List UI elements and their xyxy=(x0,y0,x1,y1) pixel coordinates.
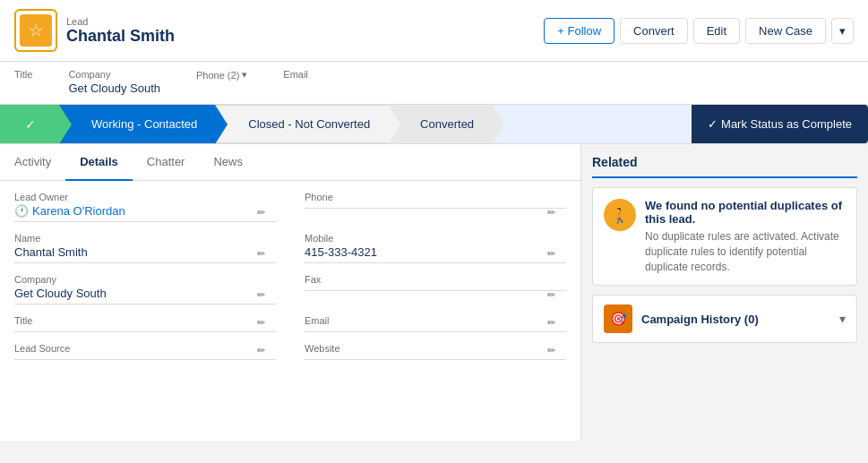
detail-row-2: Name Chantal Smith ✏ Mobile 415-333-4321… xyxy=(14,233,566,265)
meta-company-field: Company Get Cloudy South xyxy=(68,69,160,95)
company-edit-icon[interactable]: ✏ xyxy=(257,289,265,301)
step-working-contacted[interactable]: Working - Contacted xyxy=(59,105,215,143)
main-content: Activity Details Chatter News Lead Owner… xyxy=(0,144,868,441)
step-converted[interactable]: Converted xyxy=(388,105,492,143)
email-edit-icon[interactable]: ✏ xyxy=(547,317,555,329)
title-value xyxy=(14,328,276,332)
meta-company-label: Company xyxy=(68,69,160,80)
detail-row-5: Lead Source ✏ Website ✏ xyxy=(14,343,566,362)
status-bar: ✓ Working - Contacted Closed - Not Conve… xyxy=(0,105,868,144)
step-converted-label: Converted xyxy=(420,117,474,131)
tabs: Activity Details Chatter News xyxy=(0,144,580,181)
fax-label: Fax xyxy=(305,274,566,285)
details-content: Lead Owner 🕐 Karena O'Riordan ✏ Phone ✏ xyxy=(0,181,580,382)
field-name: Name Chantal Smith ✏ xyxy=(14,233,276,265)
name-edit-icon[interactable]: ✏ xyxy=(257,248,265,260)
lead-source-value xyxy=(14,356,276,360)
step-working-label: Working - Contacted xyxy=(91,117,197,131)
title-edit-icon[interactable]: ✏ xyxy=(257,317,265,329)
duplicate-title: We found no potential duplicates of this… xyxy=(645,199,846,226)
meta-row: Title Company Get Cloudy South Phone (2)… xyxy=(0,62,868,105)
left-panel: Activity Details Chatter News Lead Owner… xyxy=(0,144,581,441)
new-case-button[interactable]: New Case xyxy=(745,18,826,44)
meta-company-value: Get Cloudy South xyxy=(68,81,160,95)
lead-owner-label: Lead Owner xyxy=(14,192,276,202)
mobile-label: Mobile xyxy=(305,233,566,244)
right-panel: Related 🚶 We found no potential duplicat… xyxy=(581,144,868,441)
field-company: Company Get Cloudy South ✏ xyxy=(14,274,276,306)
mobile-value: 415-333-4321 xyxy=(305,245,566,263)
campaign-card[interactable]: 🎯 Campaign History (0) ▾ xyxy=(592,295,857,343)
meta-phone-label[interactable]: Phone (2) ▾ xyxy=(196,69,247,81)
tab-news[interactable]: News xyxy=(199,144,257,181)
phone-value xyxy=(305,204,566,209)
detail-row-4: Title ✏ Email ✏ xyxy=(14,315,566,334)
email-label: Email xyxy=(305,315,566,326)
status-steps: ✓ Working - Contacted Closed - Not Conve… xyxy=(0,105,692,143)
lead-title-block: Lead Chantal Smith xyxy=(66,16,175,46)
website-edit-icon[interactable]: ✏ xyxy=(547,345,555,356)
phone-dropdown-icon: ▾ xyxy=(242,69,247,81)
lead-label: Lead xyxy=(66,16,175,27)
company-value: Get Cloudy South xyxy=(14,287,276,304)
field-email: Email ✏ xyxy=(305,315,566,334)
field-website: Website ✏ xyxy=(305,343,566,362)
lead-icon: ☆ xyxy=(20,14,52,47)
meta-email-label: Email xyxy=(283,69,308,80)
related-header: Related xyxy=(592,155,857,178)
company-label: Company xyxy=(14,274,276,285)
title-label: Title xyxy=(14,315,276,326)
campaign-icon: 🎯 xyxy=(604,304,632,333)
tab-activity[interactable]: Activity xyxy=(14,144,65,181)
meta-email-field: Email xyxy=(283,69,308,95)
mark-complete-button[interactable]: ✓ Mark Status as Complete xyxy=(692,105,868,143)
lead-owner-value[interactable]: 🕐 Karena O'Riordan xyxy=(14,204,276,222)
name-value: Chantal Smith xyxy=(14,245,276,263)
step-closed-not-converted[interactable]: Closed - Not Converted xyxy=(215,105,388,143)
field-lead-owner: Lead Owner 🕐 Karena O'Riordan ✏ xyxy=(14,192,276,224)
phone-label: Phone xyxy=(305,192,566,202)
duplicate-icon: 🚶 xyxy=(604,199,636,231)
website-label: Website xyxy=(305,343,566,354)
lead-owner-icon: 🕐 xyxy=(14,204,29,218)
duplicate-card: 🚶 We found no potential duplicates of th… xyxy=(592,187,857,286)
detail-row-3: Company Get Cloudy South ✏ Fax ✏ xyxy=(14,274,566,306)
lead-owner-edit-icon[interactable]: ✏ xyxy=(257,207,265,219)
tab-details[interactable]: Details xyxy=(65,144,133,181)
field-phone: Phone ✏ xyxy=(305,192,566,224)
edit-button[interactable]: Edit xyxy=(693,18,740,44)
name-label: Name xyxy=(14,233,276,244)
field-mobile: Mobile 415-333-4321 ✏ xyxy=(305,233,566,265)
lead-source-edit-icon[interactable]: ✏ xyxy=(257,345,265,356)
meta-title-label: Title xyxy=(14,69,32,80)
step-check-icon: ✓ xyxy=(25,117,36,132)
fax-edit-icon[interactable]: ✏ xyxy=(547,289,555,301)
lead-icon-wrapper: ☆ xyxy=(14,9,57,52)
phone-edit-icon[interactable]: ✏ xyxy=(547,207,555,219)
header-actions: + Follow Convert Edit New Case ▾ xyxy=(544,18,854,44)
convert-button[interactable]: Convert xyxy=(620,18,688,44)
duplicate-content: We found no potential duplicates of this… xyxy=(645,199,846,274)
fax-value xyxy=(305,287,566,291)
detail-row-1: Lead Owner 🕐 Karena O'Riordan ✏ Phone ✏ xyxy=(14,192,566,224)
field-lead-source: Lead Source ✏ xyxy=(14,343,276,362)
field-title: Title ✏ xyxy=(14,315,276,334)
campaign-title: Campaign History (0) xyxy=(641,313,759,326)
campaign-chevron-icon[interactable]: ▾ xyxy=(839,312,846,326)
duplicate-description: No duplicate rules are activated. Activa… xyxy=(645,229,846,274)
email-value xyxy=(305,328,566,332)
meta-title-field: Title xyxy=(14,69,32,95)
page-header: ☆ Lead Chantal Smith + Follow Convert Ed… xyxy=(0,0,868,62)
lead-name: Chantal Smith xyxy=(66,27,175,46)
lead-identity: ☆ Lead Chantal Smith xyxy=(14,9,175,52)
step-closed-label: Closed - Not Converted xyxy=(248,117,370,131)
follow-button[interactable]: + Follow xyxy=(544,18,614,44)
lead-source-label: Lead Source xyxy=(14,343,276,354)
step-completed[interactable]: ✓ xyxy=(0,105,59,143)
mobile-edit-icon[interactable]: ✏ xyxy=(547,248,555,260)
tab-chatter[interactable]: Chatter xyxy=(133,144,200,181)
meta-phone-field: Phone (2) ▾ xyxy=(196,69,247,95)
website-value xyxy=(305,356,566,360)
campaign-left: 🎯 Campaign History (0) xyxy=(604,304,759,333)
actions-dropdown-button[interactable]: ▾ xyxy=(831,18,854,44)
